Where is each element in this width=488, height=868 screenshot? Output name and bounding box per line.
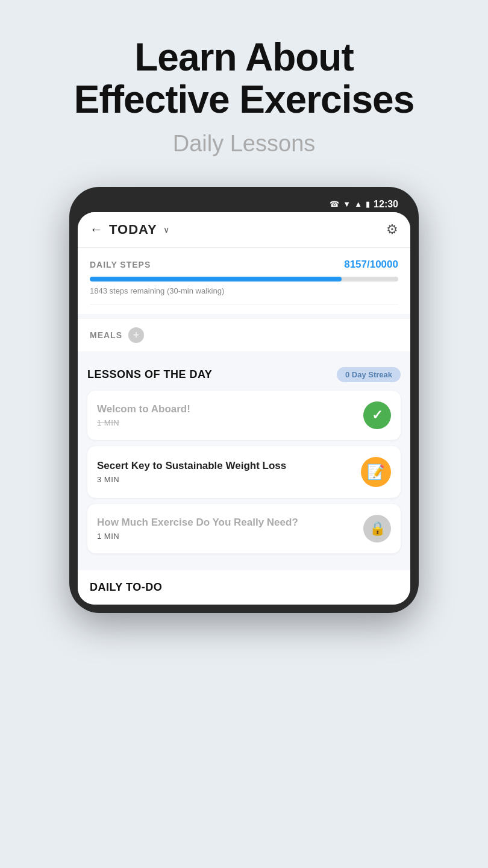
phone-icon: ☎ — [330, 200, 339, 209]
lesson-completed-icon: ✓ — [363, 401, 391, 429]
lesson-card-3-content: How Much Exercise Do You Really Need? 1 … — [97, 516, 363, 541]
back-button[interactable]: ← — [90, 222, 103, 237]
meals-label: MEALS — [90, 330, 122, 340]
steps-remaining-text: 1843 steps remaining (30-min walking) — [90, 286, 398, 295]
steps-header: DAILY STEPS 8157/10000 — [90, 259, 398, 271]
app-header: ← TODAY ∨ ⚙ — [78, 212, 410, 248]
lesson-duration-1: 1 MIN — [97, 418, 355, 427]
steps-value: 8157/10000 — [344, 259, 398, 271]
page-title: TODAY — [109, 222, 157, 237]
settings-icon[interactable]: ⚙ — [386, 222, 398, 237]
daily-todo-title: DAILY TO-DO — [90, 581, 398, 594]
lesson-title-2: Secert Key to Sustainable Weight Loss — [97, 459, 352, 473]
lesson-card-3[interactable]: How Much Exercise Do You Really Need? 1 … — [87, 504, 401, 553]
header-left: ← TODAY ∨ — [90, 222, 169, 237]
lock-icon: 🔒 — [369, 521, 386, 536]
lesson-duration-2: 3 MIN — [97, 475, 352, 484]
lessons-header: LESSONS OF THE DAY 0 Day Streak — [87, 367, 401, 382]
lesson-duration-3: 1 MIN — [97, 532, 355, 541]
lesson-card-1[interactable]: Welcom to Aboard! 1 MIN ✓ — [87, 391, 401, 440]
chevron-down-icon[interactable]: ∨ — [163, 225, 169, 234]
battery-icon: ▮ — [366, 200, 370, 209]
add-meal-button[interactable]: + — [128, 327, 144, 343]
lessons-section: LESSONS OF THE DAY 0 Day Streak Welcom t… — [78, 356, 410, 565]
daily-todo-section: DAILY TO-DO — [78, 570, 410, 605]
hero-section: Learn About Effective Exercises Daily Le… — [0, 0, 488, 175]
lesson-card-2[interactable]: Secert Key to Sustainable Weight Loss 3 … — [87, 446, 401, 498]
lesson-card-1-content: Welcom to Aboard! 1 MIN — [97, 403, 363, 427]
status-time: 12:30 — [374, 199, 398, 210]
hero-title: Learn About Effective Exercises — [24, 36, 464, 121]
streak-badge: 0 Day Streak — [337, 367, 401, 382]
lesson-edit-icon: 📝 — [361, 457, 391, 487]
lesson-title-1: Welcom to Aboard! — [97, 403, 355, 416]
screen-content: ← TODAY ∨ ⚙ DAILY STEPS 8157/10000 1843 … — [78, 212, 410, 605]
steps-label: DAILY STEPS — [90, 260, 151, 269]
signal-icon: ▲ — [354, 200, 362, 209]
check-icon: ✓ — [372, 407, 383, 423]
steps-section: DAILY STEPS 8157/10000 1843 steps remain… — [78, 248, 410, 314]
lesson-card-2-content: Secert Key to Sustainable Weight Loss 3 … — [97, 459, 361, 484]
edit-document-icon: 📝 — [367, 464, 385, 480]
lessons-title: LESSONS OF THE DAY — [87, 368, 212, 381]
status-bar: ☎ ▼ ▲ ▮ 12:30 — [78, 195, 410, 212]
progress-bar-fill — [90, 277, 342, 281]
lesson-title-3: How Much Exercise Do You Really Need? — [97, 516, 355, 529]
wifi-icon: ▼ — [343, 200, 351, 209]
divider — [90, 304, 398, 304]
status-icons: ☎ ▼ ▲ ▮ 12:30 — [330, 199, 398, 210]
phone-mockup: ☎ ▼ ▲ ▮ 12:30 ← TODAY ∨ ⚙ DAILY S — [0, 187, 488, 613]
lesson-locked-icon: 🔒 — [363, 515, 391, 542]
hero-subtitle: Daily Lessons — [24, 131, 464, 157]
phone-frame: ☎ ▼ ▲ ▮ 12:30 ← TODAY ∨ ⚙ DAILY S — [69, 187, 419, 613]
meals-section: MEALS + — [78, 319, 410, 351]
progress-bar-background — [90, 277, 398, 281]
